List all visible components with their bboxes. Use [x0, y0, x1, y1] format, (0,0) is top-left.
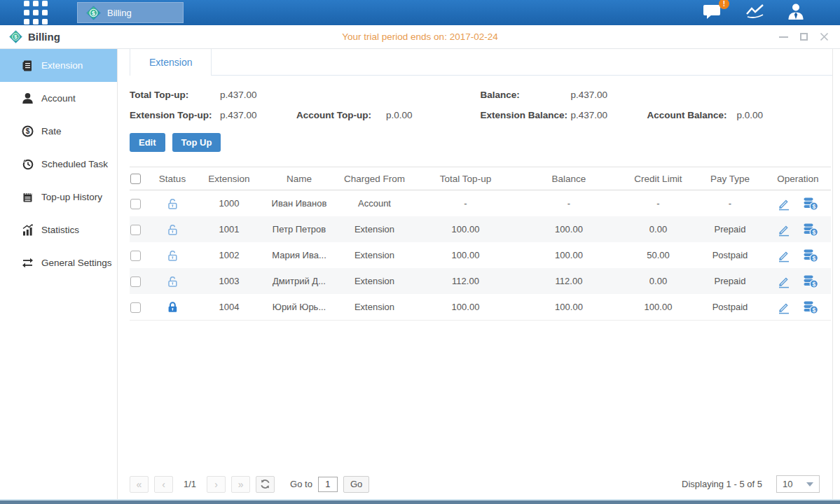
topup-coins-icon[interactable]: $ — [803, 274, 818, 288]
extension-topup-value: p.437.00 — [220, 110, 296, 120]
cell-name: Иван Иванов — [264, 190, 334, 217]
prev-page-button[interactable]: ‹ — [154, 476, 173, 493]
cell-pay-type: Prepaid — [695, 268, 765, 294]
svg-text:$: $ — [813, 202, 816, 209]
cell-name: Мария Ива... — [264, 242, 334, 268]
cell-extension: 1002 — [194, 242, 264, 268]
sidebar-item-rate[interactable]: $ Rate — [0, 115, 117, 148]
notification-badge: ! — [719, 0, 729, 9]
cell-name: Юрий Юрь... — [264, 294, 334, 321]
edit-pencil-icon[interactable] — [777, 274, 791, 288]
row-checkbox[interactable] — [130, 302, 141, 313]
topbar-right-icons: ! — [703, 2, 805, 23]
close-button[interactable] — [819, 32, 829, 42]
table-row[interactable]: 1003 Дмитрий Д... Extension 112.00 112.0… — [130, 268, 831, 294]
displaying-info: Displaying 1 - 5 of 5 — [682, 479, 762, 489]
topup-coins-icon[interactable]: $ — [803, 223, 818, 237]
row-checkbox[interactable] — [130, 225, 141, 235]
sidebar-item-extension[interactable]: Extension — [0, 49, 117, 82]
app-tab-label: Billing — [107, 8, 132, 18]
cell-balance: 100.00 — [516, 216, 621, 242]
column-status: Status — [151, 167, 194, 190]
edit-pencil-icon[interactable] — [777, 223, 791, 237]
row-checkbox[interactable] — [130, 276, 141, 287]
select-all-checkbox[interactable] — [130, 174, 141, 184]
column-pay-type: Pay Type — [695, 167, 765, 190]
topup-coins-icon[interactable]: $ — [803, 197, 818, 211]
row-checkbox[interactable] — [130, 251, 141, 261]
messages-icon[interactable]: ! — [703, 3, 724, 22]
edit-pencil-icon[interactable] — [777, 248, 791, 262]
edit-pencil-icon[interactable] — [777, 300, 791, 314]
refresh-icon — [260, 479, 270, 489]
first-page-button[interactable]: « — [130, 476, 149, 493]
cell-extension: 1003 — [194, 268, 264, 294]
svg-text:$: $ — [813, 306, 816, 313]
sidebar-item-topup-history[interactable]: Top-up History — [0, 181, 117, 214]
cell-total-topup: 100.00 — [415, 216, 516, 242]
cell-balance: - — [516, 190, 621, 217]
sidebar-item-scheduled-task[interactable]: Scheduled Task — [0, 148, 117, 181]
lock-open-icon — [166, 197, 179, 210]
extension-balance-value: p.437.00 — [570, 110, 647, 120]
chevron-down-icon — [806, 482, 813, 486]
edit-pencil-icon[interactable] — [777, 197, 791, 211]
table-row[interactable]: 1001 Петр Петров Extension 100.00 100.00… — [130, 216, 831, 242]
scrollbar-gutter[interactable] — [832, 49, 840, 499]
pagination-bar: « ‹ 1/1 › » Go to Go Displaying 1 - 5 of… — [130, 475, 832, 493]
sidebar-item-account[interactable]: Account — [0, 82, 117, 115]
page-size-value: 10 — [783, 479, 792, 489]
top-up-button[interactable]: Top Up — [172, 133, 221, 152]
cell-charged-from: Account — [334, 190, 415, 217]
sidebar-item-label: Account — [41, 93, 76, 104]
table-row[interactable]: 1002 Мария Ива... Extension 100.00 100.0… — [130, 242, 831, 268]
cell-total-topup: 112.00 — [415, 268, 516, 294]
page-size-select[interactable]: 10 — [776, 475, 820, 493]
column-total-topup: Total Top-up — [415, 167, 516, 190]
edit-button[interactable]: Edit — [130, 133, 165, 152]
table-row[interactable]: 1004 Юрий Юрь... Extension 100.00 100.00… — [130, 294, 831, 321]
cell-charged-from: Extension — [334, 216, 415, 242]
topup-coins-icon[interactable]: $ — [803, 300, 818, 314]
lock-open-icon — [166, 223, 179, 236]
topup-coins-icon[interactable]: $ — [803, 248, 818, 262]
apps-grid-icon[interactable] — [24, 1, 48, 24]
refresh-button[interactable] — [256, 476, 275, 493]
goto-label: Go to — [290, 479, 312, 489]
user-icon[interactable] — [787, 2, 805, 23]
cell-extension: 1001 — [194, 216, 264, 242]
sidebar-item-general-settings[interactable]: General Settings — [0, 246, 117, 279]
cell-name: Петр Петров — [264, 216, 334, 242]
cell-credit-limit: 0.00 — [621, 216, 695, 242]
svg-text:$: $ — [813, 280, 816, 287]
page-indicator: 1/1 — [184, 479, 196, 489]
last-page-button[interactable]: » — [231, 476, 250, 493]
balance-label: Balance: — [480, 90, 570, 100]
cell-credit-limit: 50.00 — [621, 242, 695, 268]
minimize-button[interactable] — [778, 32, 788, 42]
go-button[interactable]: Go — [343, 476, 369, 493]
billing-app-window: $ Billing ! — [0, 0, 840, 504]
cell-balance: 100.00 — [516, 242, 621, 268]
table-body: 1000 Иван Иванов Account - - - - $ — [130, 190, 831, 321]
row-checkbox[interactable] — [130, 199, 141, 209]
goto-page-input[interactable] — [318, 477, 338, 492]
maximize-button[interactable] — [799, 32, 808, 42]
resource-monitor-icon[interactable] — [745, 3, 766, 22]
app-tab-billing[interactable]: $ Billing — [77, 2, 184, 23]
account-topup-value: p.0.00 — [386, 110, 480, 120]
extension-topup-label: Extension Top-up: — [130, 110, 220, 120]
billing-diamond-icon: $ — [86, 6, 101, 20]
next-page-button[interactable]: › — [207, 476, 226, 493]
ledger-icon — [22, 59, 34, 72]
lock-open-icon — [166, 248, 179, 262]
cell-pay-type: Postpaid — [695, 242, 765, 268]
total-topup-label: Total Top-up: — [130, 90, 220, 100]
cell-credit-limit: - — [621, 190, 695, 217]
sidebar-item-statistics[interactable]: Statistics — [0, 214, 117, 246]
table-row[interactable]: 1000 Иван Иванов Account - - - - $ — [130, 190, 831, 217]
svg-text:$: $ — [813, 254, 816, 261]
cell-balance: 100.00 — [516, 294, 621, 321]
tab-extension[interactable]: Extension — [130, 49, 212, 76]
column-charged-from: Charged From — [334, 167, 415, 190]
